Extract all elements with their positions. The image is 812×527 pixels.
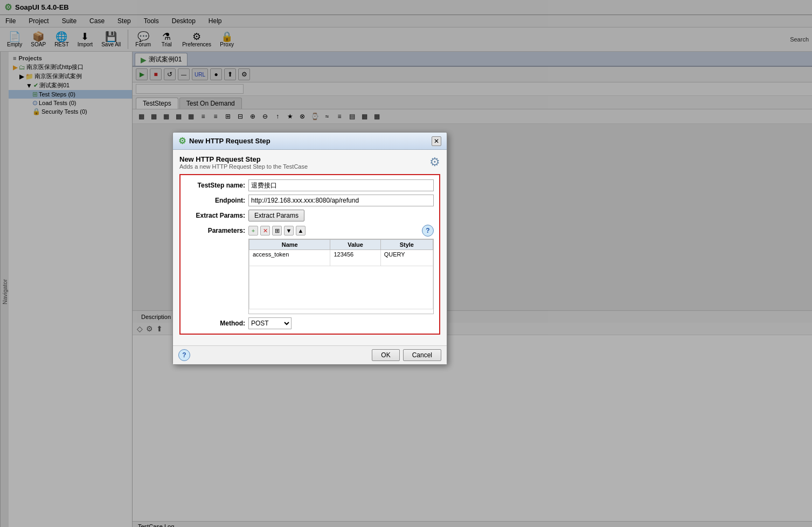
dialog-help-button[interactable]: ?: [178, 349, 190, 361]
dialog-gear-icon[interactable]: ⚙: [429, 155, 440, 169]
col-value: Value: [330, 240, 380, 250]
param-value-cell: 123456: [330, 250, 380, 266]
extract-params-label: Extract Params:: [186, 212, 245, 219]
dialog-header-subtitle: Adds a new HTTP Request Step to the Test…: [179, 163, 308, 170]
table-row[interactable]: access_token 123456 QUERY: [249, 250, 433, 266]
param-name-cell: access_token: [249, 250, 330, 266]
down-param-button[interactable]: ▼: [284, 226, 294, 235]
parameters-area: + ✕ ⊞ ▼ ▲ ?: [248, 225, 434, 314]
move-param-button[interactable]: ⊞: [272, 226, 282, 235]
add-param-button[interactable]: +: [248, 226, 258, 235]
dialog-body: New HTTP Request Step Adds a new HTTP Re…: [173, 150, 447, 345]
teststep-name-row: TestStep name:: [186, 179, 434, 191]
param-help-icon[interactable]: ?: [422, 225, 434, 237]
table-row-empty: [249, 266, 433, 309]
endpoint-label: Endpoint:: [186, 197, 245, 204]
param-style-cell: QUERY: [380, 250, 433, 266]
cancel-button[interactable]: Cancel: [403, 349, 441, 361]
up-param-button[interactable]: ▲: [296, 226, 306, 235]
dialog-header-text: New HTTP Request Step Adds a new HTTP Re…: [179, 155, 308, 170]
dialog-title-text: ⚙ New HTTP Request Step: [178, 136, 270, 146]
dialog-title-label: New HTTP Request Step: [189, 137, 270, 145]
method-label: Method:: [186, 320, 245, 327]
params-table-wrapper: Name Value Style access_token 123456: [248, 239, 434, 314]
dialog-logo-icon: ⚙: [178, 136, 186, 146]
params-toolbar: + ✕ ⊞ ▼ ▲ ?: [248, 225, 434, 237]
parameters-label: Parameters:: [186, 227, 245, 234]
method-row: Method: POST GET PUT DELETE: [186, 317, 434, 329]
dialog-header-title: New HTTP Request Step: [179, 155, 308, 163]
ok-button[interactable]: OK: [372, 349, 399, 361]
dialog-title-bar: ⚙ New HTTP Request Step ✕: [173, 133, 447, 150]
endpoint-input[interactable]: [248, 195, 434, 206]
endpoint-row: Endpoint:: [186, 195, 434, 206]
extract-params-row: Extract Params: Extract Params: [186, 210, 434, 221]
extract-params-button[interactable]: Extract Params: [248, 210, 304, 221]
dialog-header-section: New HTTP Request Step Adds a new HTTP Re…: [179, 155, 440, 170]
params-table: Name Value Style access_token 123456: [249, 239, 433, 309]
col-style: Style: [380, 240, 433, 250]
param-help-button[interactable]: ?: [422, 225, 434, 237]
parameters-row: Parameters: + ✕ ⊞ ▼ ▲ ?: [186, 225, 434, 314]
dialog-overlay: ⚙ New HTTP Request Step ✕ New HTTP Reque…: [0, 0, 812, 527]
dialog-footer: ? OK Cancel: [173, 345, 447, 364]
new-http-request-dialog: ⚙ New HTTP Request Step ✕ New HTTP Reque…: [172, 132, 447, 365]
remove-param-button[interactable]: ✕: [260, 226, 270, 235]
dialog-action-buttons: OK Cancel: [372, 349, 441, 361]
teststep-name-input[interactable]: [248, 179, 434, 191]
teststep-name-label: TestStep name:: [186, 182, 245, 189]
method-select[interactable]: POST GET PUT DELETE: [248, 317, 292, 329]
dialog-close-button[interactable]: ✕: [432, 136, 441, 146]
form-area: TestStep name: Endpoint: Extract Params:…: [179, 174, 440, 335]
col-name: Name: [249, 240, 330, 250]
